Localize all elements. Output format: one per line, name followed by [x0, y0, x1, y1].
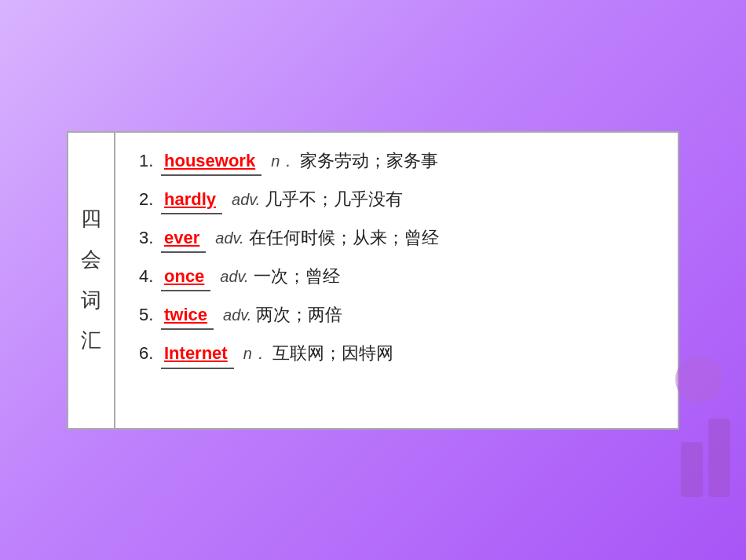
vocab-definition: 家务劳动；家务事: [300, 147, 438, 174]
vocab-word: housework: [164, 151, 255, 170]
word-underline-container: ever: [161, 224, 206, 253]
word-underline-container: once: [161, 262, 210, 291]
vocab-number: 1.: [139, 147, 161, 174]
vocab-number: 2.: [139, 185, 161, 213]
vocab-number: 5.: [139, 301, 161, 328]
vocab-definition: 两次；两倍: [256, 301, 342, 328]
vocab-number: 4.: [139, 262, 161, 290]
vocab-item: 2.hardlyadv.几乎不；几乎没有: [139, 185, 654, 214]
vocab-word: Internet: [164, 343, 228, 363]
vocab-pos: n．: [271, 148, 295, 174]
vocab-item: 3.everadv.在任何时候；从来；曾经: [139, 224, 654, 253]
vocab-word: twice: [164, 305, 207, 324]
vocab-word: hardly: [164, 189, 216, 209]
vocab-item: 6.Internetn．互联网；因特网: [139, 339, 654, 368]
deco-circle: [675, 356, 722, 403]
vocab-number: 6.: [139, 339, 161, 367]
vocab-pos: adv.: [215, 225, 243, 251]
deco-rect-2: [708, 419, 730, 497]
vocab-number: 3.: [139, 224, 161, 251]
vocab-card: 四会词汇 1.houseworkn．家务劳动；家务事2.hardlyadv.几乎…: [67, 131, 679, 430]
word-underline-container: Internet: [161, 339, 234, 368]
vocab-word: ever: [164, 228, 199, 247]
vocab-item: 4.onceadv.一次；曾经: [139, 262, 654, 291]
vocab-definition: 在任何时候；从来；曾经: [249, 224, 439, 251]
sidebar: 四会词汇: [68, 133, 115, 428]
sidebar-char: 四: [81, 206, 101, 232]
word-underline-container: housework: [161, 147, 261, 176]
vocab-pos: adv.: [223, 302, 251, 328]
sidebar-char: 词: [81, 287, 101, 314]
vocab-list: 1.houseworkn．家务劳动；家务事2.hardlyadv.几乎不；几乎没…: [115, 133, 678, 428]
vocab-item: 5.twiceadv.两次；两倍: [139, 301, 654, 330]
deco-rect-1: [681, 442, 703, 497]
vocab-definition: 一次；曾经: [254, 262, 340, 290]
vocab-definition: 几乎不；几乎没有: [265, 185, 403, 213]
vocab-pos: n．: [243, 341, 268, 366]
sidebar-char: 汇: [81, 328, 101, 354]
sidebar-char: 会: [81, 247, 101, 273]
vocab-pos: adv.: [220, 264, 248, 289]
vocab-definition: 互联网；因特网: [272, 339, 393, 367]
word-underline-container: twice: [161, 301, 214, 330]
vocab-word: once: [164, 266, 204, 286]
vocab-pos: adv.: [232, 187, 260, 212]
word-underline-container: hardly: [161, 185, 222, 214]
vocab-item: 1.houseworkn．家务劳动；家务事: [139, 147, 654, 176]
